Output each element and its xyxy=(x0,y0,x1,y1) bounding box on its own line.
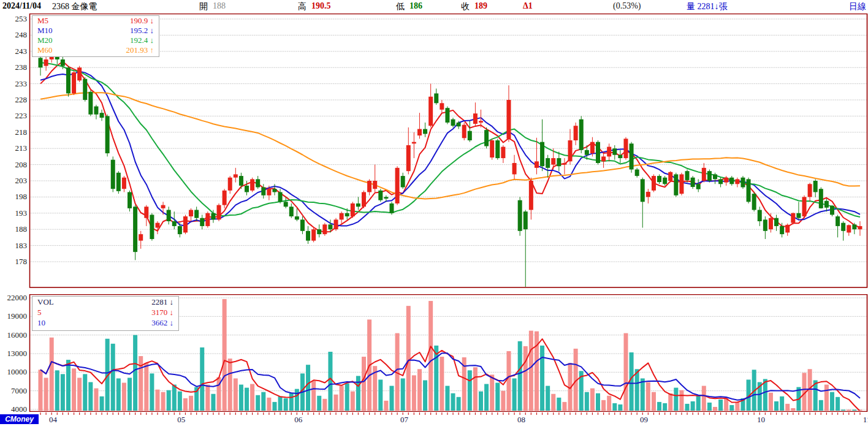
volume-bar xyxy=(223,299,227,411)
candle xyxy=(574,126,578,140)
quote-date: 2024/11/04 xyxy=(2,1,41,11)
volume-bar xyxy=(445,386,449,411)
volume-bar xyxy=(250,384,254,411)
price-axis-tick: 198 xyxy=(15,192,28,201)
volume-bar xyxy=(77,378,82,411)
volume-bar xyxy=(824,385,829,411)
candle xyxy=(88,92,93,115)
candle xyxy=(122,178,126,189)
price-axis-tick: 203 xyxy=(15,176,28,185)
vol-ma5-value: 3170 xyxy=(151,308,167,317)
volume-bar xyxy=(652,392,656,411)
candle xyxy=(791,213,795,223)
volume-bar xyxy=(228,359,232,411)
candle xyxy=(618,155,622,158)
candle xyxy=(83,79,87,100)
down-arrow-icon: ↓ xyxy=(170,308,174,317)
volume-bar xyxy=(351,392,355,411)
volume-bar xyxy=(641,378,645,411)
volume-bar xyxy=(322,399,327,411)
volume-bar xyxy=(707,403,712,411)
candle xyxy=(852,224,856,229)
candle xyxy=(334,219,338,229)
candle xyxy=(808,184,812,197)
candle xyxy=(440,103,444,110)
volume-bar xyxy=(691,401,695,411)
candle xyxy=(272,189,276,192)
volume-bar xyxy=(401,378,405,411)
volume-bar xyxy=(646,382,650,411)
period-selector[interactable]: 日線 xyxy=(849,1,866,12)
month-label-08: 08 xyxy=(517,415,525,425)
volume-bar xyxy=(167,390,171,411)
ma20-line xyxy=(40,63,860,217)
volume-bar xyxy=(729,405,734,411)
volume-bar xyxy=(50,338,54,411)
open-value: 188 xyxy=(213,1,226,11)
volume-bar xyxy=(378,379,383,411)
candle xyxy=(167,210,171,221)
volume-bar xyxy=(679,390,683,411)
candle xyxy=(428,97,433,126)
high-value: 190.5 xyxy=(311,1,331,11)
low-label: 低 xyxy=(396,1,405,12)
candle xyxy=(506,100,511,139)
candle xyxy=(652,176,656,191)
ma10-value: 195.2 xyxy=(130,26,148,35)
volume-bar xyxy=(819,400,823,411)
volume-ma10-row: 10 3662 ↓ xyxy=(32,317,178,328)
volume-bar xyxy=(785,404,790,411)
volume-bar xyxy=(529,331,533,411)
down-arrow-icon: ↓ xyxy=(150,36,154,45)
candle xyxy=(457,123,461,126)
volume-bar xyxy=(702,386,706,411)
volume-axis-tick: 16000 xyxy=(7,330,28,340)
volume-bar xyxy=(72,368,76,411)
volume-bar xyxy=(61,374,65,411)
ma-legend-row-m10: M10 195.2 ↓ xyxy=(32,26,159,36)
candle xyxy=(657,176,661,182)
candle xyxy=(607,147,611,157)
candle xyxy=(373,181,377,189)
candle xyxy=(462,125,466,139)
candle xyxy=(685,171,690,180)
volume-bar xyxy=(674,388,678,411)
volume-bar xyxy=(590,389,595,411)
candle xyxy=(529,181,533,210)
candle xyxy=(356,203,360,207)
candle xyxy=(395,168,400,203)
volume-bar xyxy=(657,402,661,411)
volume-bar xyxy=(623,333,628,411)
volume-bar xyxy=(172,385,177,411)
volume-bar xyxy=(490,374,494,411)
cmoney-logo[interactable]: CMoney xyxy=(0,414,39,424)
volume-bar xyxy=(83,374,87,411)
candle xyxy=(317,229,321,234)
candle xyxy=(72,72,76,93)
candle xyxy=(747,179,751,202)
candle xyxy=(211,213,215,220)
candle xyxy=(434,93,438,103)
candle xyxy=(813,181,818,192)
volume-bar xyxy=(451,393,455,411)
candle xyxy=(847,225,851,232)
candle xyxy=(362,192,366,207)
stock-name[interactable]: 2368 金像電 xyxy=(52,1,97,12)
candle xyxy=(155,223,159,228)
candle xyxy=(289,207,294,216)
candle xyxy=(205,213,210,226)
candle xyxy=(245,186,249,192)
volume-bar xyxy=(239,385,243,411)
price-axis-tick: 208 xyxy=(15,160,28,169)
volume-value: 量 2281↓張 xyxy=(687,1,728,12)
ma-legend-box: M5 190.9 ↓ M10 195.2 ↓ M20 192.4 ↓ M60 2… xyxy=(32,15,159,57)
candle xyxy=(406,145,411,171)
volume-axis-tick: 22000 xyxy=(7,294,28,302)
change-percent: (0.53%) xyxy=(613,1,641,11)
candle xyxy=(66,67,70,93)
volume-bar xyxy=(278,397,283,411)
candle xyxy=(351,203,355,216)
candle xyxy=(785,225,790,233)
volume-axis-tick: 4000 xyxy=(11,404,27,412)
volume-bar xyxy=(234,378,238,411)
